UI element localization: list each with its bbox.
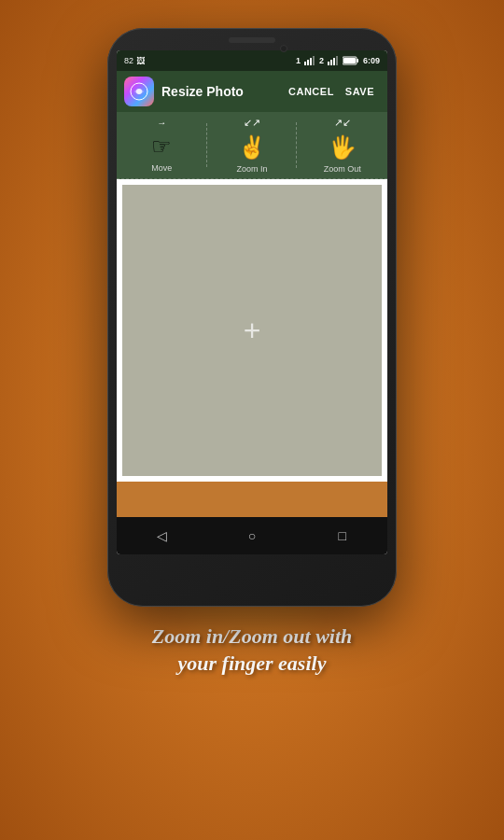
back-button[interactable]: ◁ xyxy=(143,517,180,554)
zoom-out-arrows: ↗↙ xyxy=(334,117,351,129)
bottom-caption: Zoom in/Zoom out with your finger easily xyxy=(133,623,371,677)
notification-icon: 82 xyxy=(124,56,133,65)
home-button[interactable]: ○ xyxy=(233,517,271,554)
svg-rect-3 xyxy=(313,56,315,65)
phone-screen: 82 🖼 1 2 6:09 xyxy=(117,50,387,554)
battery-icon xyxy=(343,56,359,65)
app-title: Resize Photo xyxy=(161,84,283,99)
move-arrow: → xyxy=(157,118,166,128)
bottom-text-line1: Zoom in/Zoom out with xyxy=(152,623,353,651)
svg-rect-7 xyxy=(336,56,338,65)
svg-rect-10 xyxy=(343,58,356,63)
svg-rect-5 xyxy=(330,60,332,65)
nav-bar: ◁ ○ □ xyxy=(117,517,387,554)
app-icon xyxy=(124,77,154,106)
status-bar-left: 82 🖼 xyxy=(124,56,145,65)
zoom-out-hand-icon: 🖐 xyxy=(329,134,357,161)
zoom-in-hand-icon: ✌ xyxy=(238,134,266,161)
zoom-in-label: Zoom In xyxy=(237,164,268,174)
svg-rect-2 xyxy=(310,58,312,65)
signal-2: 2 xyxy=(319,56,324,65)
svg-rect-9 xyxy=(357,59,358,63)
svg-rect-6 xyxy=(333,58,335,65)
bottom-text-line2: your finger easily xyxy=(152,651,353,678)
time-display: 6:09 xyxy=(363,56,380,65)
amber-bar xyxy=(117,482,387,517)
svg-rect-1 xyxy=(307,60,309,65)
phone-camera xyxy=(280,45,287,52)
signal-bars-2 xyxy=(328,56,339,65)
cancel-button[interactable]: CANCEL xyxy=(283,82,340,101)
svg-rect-0 xyxy=(304,62,306,65)
gesture-zoom-out: ↗↙ 🖐 Zoom Out xyxy=(297,117,387,174)
svg-rect-4 xyxy=(328,62,329,65)
gesture-zoom-in: ↙↗ ✌ Zoom In xyxy=(207,117,298,174)
gesture-move: → ☞ Move xyxy=(117,118,207,173)
phone-speaker-top xyxy=(229,37,275,43)
svg-point-12 xyxy=(136,89,142,94)
phone-outer: 82 🖼 1 2 6:09 xyxy=(107,28,397,607)
move-label: Move xyxy=(151,163,172,173)
signal-1: 1 xyxy=(296,56,301,65)
status-bar: 82 🖼 1 2 6:09 xyxy=(117,50,387,71)
toolbar: Resize Photo CANCEL SAVE xyxy=(117,71,387,112)
move-hand-icon: ☞ xyxy=(151,133,172,160)
gesture-bar: → ☞ Move ↙↗ ✌ Zoom In ↗↙ 🖐 Zoom Out xyxy=(117,112,387,179)
recents-button[interactable]: □ xyxy=(324,517,361,554)
save-button[interactable]: SAVE xyxy=(340,82,380,101)
zoom-in-arrows: ↙↗ xyxy=(244,117,260,129)
add-photo-icon: + xyxy=(244,315,261,345)
signal-bars-1 xyxy=(304,56,315,65)
image-icon: 🖼 xyxy=(136,56,145,65)
photo-canvas[interactable]: + xyxy=(120,183,384,478)
zoom-out-label: Zoom Out xyxy=(324,164,361,174)
